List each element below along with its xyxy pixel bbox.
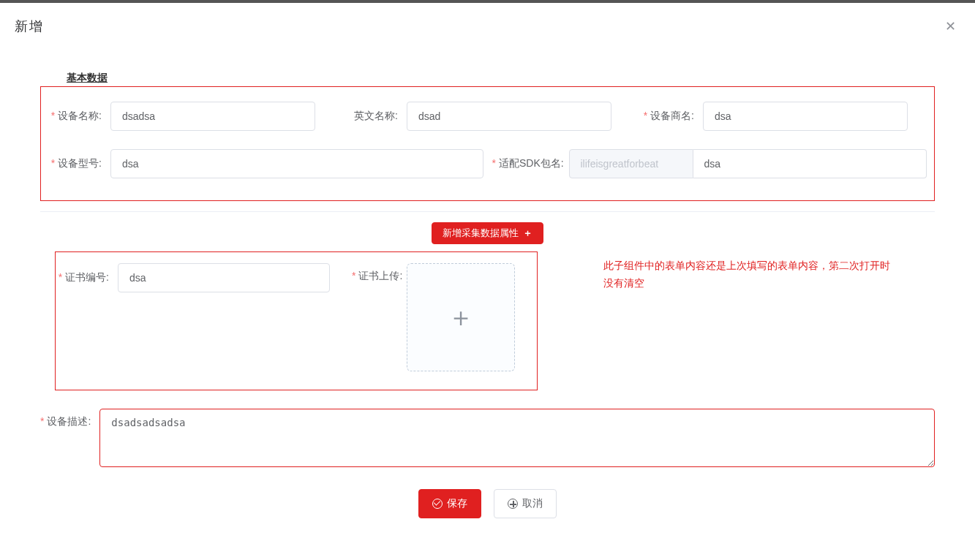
device-model-input[interactable] (110, 149, 483, 178)
sdk-suffix-input[interactable] (693, 149, 927, 178)
cancel-button[interactable]: 取消 (494, 489, 557, 518)
check-icon (432, 499, 443, 509)
basic-section-title: 基本数据 (67, 72, 935, 85)
add-collect-attr-button[interactable]: 新增采集数据属性＋ (432, 222, 543, 244)
save-button[interactable]: 保存 (418, 489, 481, 518)
close-icon[interactable]: ✕ (941, 18, 960, 34)
cert-upload-label: *证书上传: (352, 263, 407, 283)
upload-plus-icon: ＋ (448, 304, 474, 330)
dialog-header: 新增 ✕ (0, 3, 975, 42)
device-name-input[interactable] (110, 102, 315, 131)
basic-data-box: *设备名称: 英文名称: *设备商名: *设备型号: *适配SDK包名: (40, 86, 935, 201)
sdk-package-label: *适配SDK包名: (492, 157, 569, 170)
cancel-plus-icon (508, 499, 518, 509)
device-desc-label: *设备描述: (40, 409, 99, 428)
plus-icon: ＋ (523, 227, 532, 240)
english-name-input[interactable] (407, 102, 611, 131)
device-model-label: *设备型号: (48, 157, 110, 170)
bug-annotation-text: 此子组件中的表单内容还是上次填写的表单内容，第二次打开时没有清空 (603, 257, 896, 292)
cert-no-input[interactable] (118, 263, 330, 292)
vendor-name-label: *设备商名: (641, 110, 703, 123)
english-name-label: 英文名称: (345, 110, 407, 123)
device-name-label: *设备名称: (48, 110, 110, 123)
dialog-title: 新增 (15, 18, 44, 35)
certificate-box: *证书编号: *证书上传: ＋ (55, 251, 538, 390)
vendor-name-input[interactable] (703, 102, 908, 131)
cert-upload-box[interactable]: ＋ (407, 263, 515, 371)
dialog-body: 基本数据 *设备名称: 英文名称: *设备商名: *设备型号: *适配SDK包名… (0, 42, 975, 540)
device-desc-textarea[interactable] (99, 409, 935, 467)
divider (40, 211, 935, 212)
cert-no-label: *证书编号: (56, 271, 118, 284)
sdk-prefix-input (569, 149, 693, 178)
